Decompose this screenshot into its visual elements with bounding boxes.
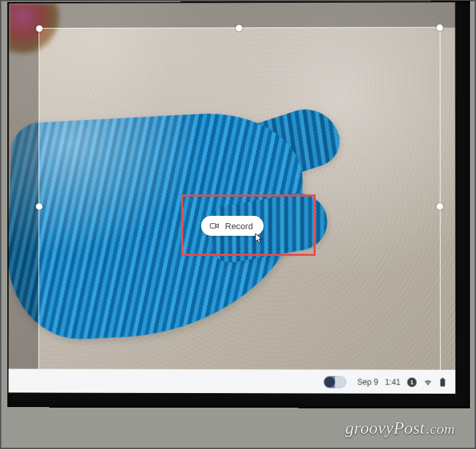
dimmed-region bbox=[9, 2, 455, 29]
status-date: Sep 9 bbox=[357, 377, 378, 386]
resize-handle-tl[interactable] bbox=[36, 25, 43, 32]
annotation-highlight bbox=[181, 195, 316, 256]
watermark-brand: groovy bbox=[346, 418, 393, 438]
monitor-bezel: Record Sep 9 1:41 1 bbox=[7, 1, 470, 408]
resize-handle-tm[interactable] bbox=[236, 25, 242, 31]
svg-rect-2 bbox=[442, 377, 444, 378]
screen: Record Sep 9 1:41 1 bbox=[9, 2, 455, 394]
resize-handle-tr[interactable] bbox=[437, 24, 443, 31]
holding-space-toggle[interactable] bbox=[324, 376, 346, 388]
resize-handle-ml[interactable] bbox=[36, 203, 43, 210]
dimmed-region bbox=[9, 29, 39, 393]
status-tray[interactable]: Sep 9 1:41 1 bbox=[357, 377, 446, 386]
battery-icon bbox=[439, 377, 446, 386]
pointer-cursor-icon bbox=[253, 232, 265, 247]
svg-rect-1 bbox=[440, 378, 445, 386]
wifi-icon bbox=[423, 377, 433, 386]
watermark-suffix: Post bbox=[393, 418, 425, 438]
resize-handle-mr[interactable] bbox=[437, 203, 443, 210]
system-shelf: Sep 9 1:41 1 bbox=[9, 368, 455, 394]
status-time: 1:41 bbox=[385, 377, 400, 386]
screenshot-frame: Record Sep 9 1:41 1 bbox=[0, 0, 476, 449]
notification-count: 1 bbox=[410, 378, 413, 385]
watermark: groovyPost.com bbox=[346, 418, 455, 438]
watermark-tld: .com bbox=[426, 420, 455, 437]
notification-badge: 1 bbox=[407, 377, 417, 386]
